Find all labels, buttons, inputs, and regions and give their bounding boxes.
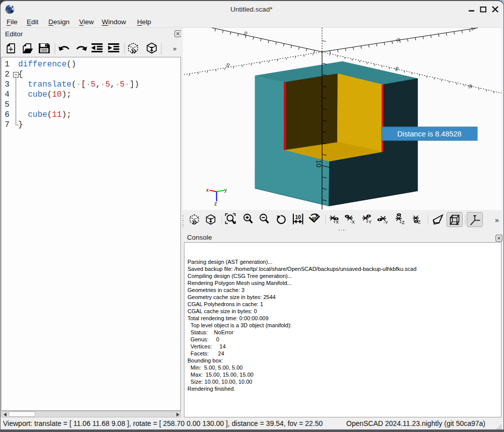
svg-text:-Z: -Z <box>416 220 421 225</box>
svg-text:Distance is 8.48528: Distance is 8.48528 <box>397 130 461 138</box>
svg-text:x: x <box>206 187 209 193</box>
svg-text:»: » <box>495 216 499 224</box>
svg-text:y: y <box>224 187 227 193</box>
svg-text:+X: +X <box>333 220 339 225</box>
svg-text:+Y: +Y <box>366 220 371 225</box>
svg-text:»: » <box>173 45 176 52</box>
svg-text:-X: -X <box>350 220 355 225</box>
svg-text:+Z: +Z <box>399 220 405 225</box>
svg-text:45: 45 <box>311 215 317 221</box>
svg-text:10: 10 <box>315 160 323 168</box>
svg-text:-Y: -Y <box>384 220 388 225</box>
svg-text:10: 10 <box>295 214 301 220</box>
svg-text:z: z <box>214 200 217 206</box>
